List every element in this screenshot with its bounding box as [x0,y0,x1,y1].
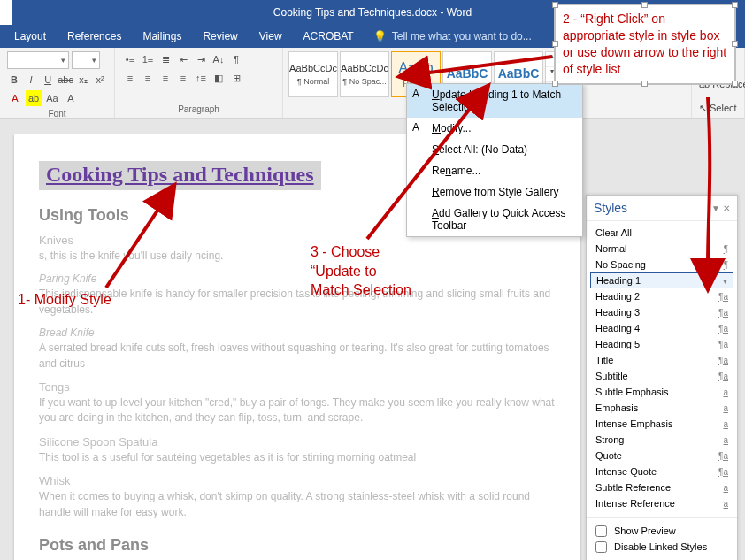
bullets-button[interactable]: •≡ [122,51,138,67]
heading-whisk: Whisk [39,474,556,487]
font-family-dropdown[interactable] [7,51,69,69]
group-paragraph-label: Paragraph [122,104,275,116]
tab-view[interactable]: View [249,25,293,48]
increase-indent-button[interactable]: ⇥ [193,51,209,67]
show-marks-button[interactable]: ¶ [228,51,244,67]
font-size-dropdown[interactable] [72,51,100,69]
align-left-button[interactable]: ≡ [122,70,138,86]
style-row-title[interactable]: Title¶a [590,352,733,368]
change-case-button[interactable]: Aa [44,90,60,106]
annotation-3: 3 - Choose “Update to Match Selection [311,242,411,300]
align-center-button[interactable]: ≡ [140,70,156,86]
style-row-emphasis[interactable]: Emphasisa [590,400,733,416]
multilevel-button[interactable]: ≣ [157,51,173,67]
disable-linked-checkbox[interactable]: Disable Linked Styles [592,539,732,555]
para-spatula: This tool is a s useful for sautéing veg… [39,450,556,465]
styles-pane-close-icon[interactable]: ✕ [723,203,730,213]
style-row-subtitle[interactable]: Subtitle¶a [590,368,733,384]
lightbulb-icon: 💡 [373,30,387,42]
subscript-button[interactable]: x₂ [76,72,90,88]
select-button[interactable]: ↖Select [699,100,737,116]
style-row-intense-emphasis[interactable]: Intense Emphasisa [590,416,733,432]
tab-acrobat[interactable]: ACROBAT [293,25,365,48]
strike-button[interactable]: abc [58,72,73,88]
tell-me[interactable]: 💡 Tell me what you want to do... [373,30,532,42]
group-paragraph: •≡ 1≡ ≣ ⇤ ⇥ A↓ ¶ ≡ ≡ ≡ ≡ ↕≡ ◧ ⊞ Paragrap… [115,48,283,118]
annotation-2-box[interactable]: 2 - “Right Click” on appropriate style i… [554,4,736,85]
group-font: B I U abc x₂ x² A ab Aa A Font [0,48,115,118]
ctx-item-5[interactable]: Add Gallery to Quick Access Toolbar [407,203,582,236]
tell-me-label: Tell me what you want to do... [392,30,532,42]
borders-button[interactable]: ⊞ [228,70,244,86]
line-spacing-button[interactable]: ↕≡ [193,70,209,86]
annotation-1: 1- Modify Style [18,292,111,308]
style-tile-1[interactable]: AaBbCcDc¶ No Spac... [340,51,389,97]
heading-pots: Pots and Pans [39,536,556,555]
cursor-icon: ↖ [699,103,707,114]
para-tongs: If you want to up-level your kitchen "cr… [39,395,556,426]
style-row-normal[interactable]: Normal¶ [590,241,733,257]
style-row-no-spacing[interactable]: No Spacing¶ [590,257,733,272]
para-paring: This indispensable knife is handy for sm… [39,287,556,318]
annotation-2-text: 2 - “Right Click” on appropriate style i… [563,12,726,76]
para-whisk: When it comes to buying a whisk, don't s… [39,489,556,520]
style-row-strong[interactable]: Stronga [590,432,733,448]
tab-references[interactable]: References [57,25,132,48]
justify-button[interactable]: ≡ [175,70,191,86]
numbering-button[interactable]: 1≡ [140,51,156,67]
ctx-item-2[interactable]: Select All: (No Data) [407,139,582,160]
ctx-item-1[interactable]: AModify... [407,118,582,139]
clear-format-button[interactable]: A [63,90,79,106]
styles-pane-title: Styles [594,201,627,215]
para-bread: A serrated bread knife cuts soft, fresh … [39,341,556,372]
italic-button[interactable]: I [24,72,38,88]
superscript-button[interactable]: x² [93,72,107,88]
style-row-intense-reference[interactable]: Intense Referencea [590,495,733,511]
styles-pane-dropdown-icon[interactable]: ▼ [711,203,720,213]
style-row-intense-quote[interactable]: Intense Quote¶a [590,464,733,479]
font-color-button[interactable]: A [7,90,23,106]
tab-review[interactable]: Review [192,25,248,48]
heading-paring: Paring Knife [39,272,556,285]
style-row-heading-4[interactable]: Heading 4¶a [590,320,733,336]
style-row-quote[interactable]: Quote¶a [590,448,733,464]
heading-tongs: Tongs [39,380,556,394]
show-preview-checkbox[interactable]: Show Preview [592,523,732,539]
underline-button[interactable]: U [41,72,55,88]
tab-layout[interactable]: Layout [4,25,57,48]
style-row-heading-2[interactable]: Heading 2¶a [590,288,733,304]
style-row-heading-5[interactable]: Heading 5¶a [590,336,733,352]
tab-mailings[interactable]: Mailings [132,25,192,48]
style-row-heading-3[interactable]: Heading 3¶a [590,304,733,320]
highlight-button[interactable]: ab [26,90,42,106]
style-row-subtle-emphasis[interactable]: Subtle Emphasisa [590,384,733,400]
decrease-indent-button[interactable]: ⇤ [175,51,191,67]
align-right-button[interactable]: ≡ [157,70,173,86]
style-row-subtle-reference[interactable]: Subtle Referencea [590,479,733,495]
window-title: Cooking Tips and Techniques.docx - Word [273,6,472,19]
style-tile-0[interactable]: AaBbCcDc¶ Normal [288,51,338,97]
doc-title[interactable]: Cooking Tips and Techniques [39,161,321,190]
ctx-item-4[interactable]: Remove from Style Gallery [407,181,582,203]
styles-pane: Styles ▼✕ Clear AllNormal¶No Spacing¶Hea… [586,195,738,560]
sort-button[interactable]: A↓ [211,51,227,67]
style-row-heading-1[interactable]: Heading 1▾ [590,272,733,288]
heading-bread: Bread Knife [39,326,556,339]
ctx-item-3[interactable]: Rename... [407,160,582,181]
bold-button[interactable]: B [7,72,21,88]
style-row-clear-all[interactable]: Clear All [590,225,733,241]
ctx-item-0[interactable]: AUpdate Heading 1 to Match Selection [407,84,582,118]
heading-spatula: Silicone Spoon Spatula [39,435,556,449]
style-context-menu: AUpdate Heading 1 to Match SelectionAMod… [406,83,583,237]
shading-button[interactable]: ◧ [211,70,227,86]
para-chef: s, this is the knife you'll use daily nc… [39,249,556,264]
